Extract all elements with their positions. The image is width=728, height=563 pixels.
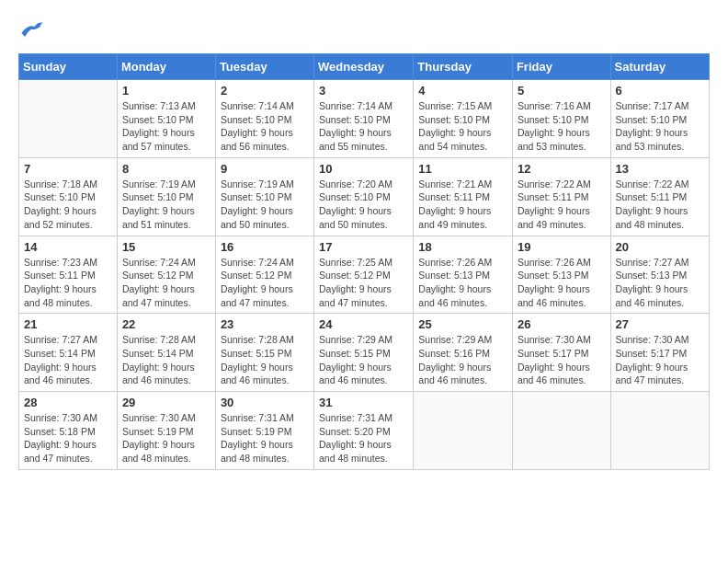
calendar-cell: 21Sunrise: 7:27 AMSunset: 5:14 PMDayligh…: [19, 314, 118, 392]
day-info: Sunrise: 7:28 AMSunset: 5:14 PMDaylight:…: [122, 333, 210, 387]
day-info: Sunrise: 7:21 AMSunset: 5:11 PMDaylight:…: [418, 178, 507, 232]
day-number: 5: [518, 84, 606, 98]
day-info: Sunrise: 7:19 AMSunset: 5:10 PMDaylight:…: [122, 178, 210, 232]
week-row-4: 21Sunrise: 7:27 AMSunset: 5:14 PMDayligh…: [19, 314, 710, 392]
logo: [18, 18, 48, 39]
logo-bird-icon: [18, 18, 44, 39]
day-number: 24: [319, 317, 408, 331]
day-number: 15: [122, 240, 210, 254]
day-number: 20: [616, 240, 704, 254]
week-row-2: 7Sunrise: 7:18 AMSunset: 5:10 PMDaylight…: [19, 157, 710, 236]
day-info: Sunrise: 7:19 AMSunset: 5:10 PMDaylight:…: [221, 178, 309, 232]
calendar-cell: 7Sunrise: 7:18 AMSunset: 5:10 PMDaylight…: [19, 157, 118, 236]
day-number: 7: [24, 162, 112, 176]
day-info: Sunrise: 7:13 AMSunset: 5:10 PMDaylight:…: [122, 99, 210, 154]
day-info: Sunrise: 7:31 AMSunset: 5:20 PMDaylight:…: [319, 411, 408, 465]
calendar-cell: [414, 392, 513, 470]
calendar-cell: 4Sunrise: 7:15 AMSunset: 5:10 PMDaylight…: [414, 80, 513, 158]
day-header-thursday: Thursday: [414, 54, 513, 80]
day-number: 21: [24, 317, 112, 331]
day-info: Sunrise: 7:30 AMSunset: 5:17 PMDaylight:…: [616, 333, 704, 387]
day-info: Sunrise: 7:16 AMSunset: 5:10 PMDaylight:…: [518, 99, 606, 154]
day-header-wednesday: Wednesday: [314, 54, 414, 80]
day-number: 27: [616, 317, 704, 331]
day-number: 23: [221, 317, 309, 331]
page-header: [18, 18, 710, 39]
day-info: Sunrise: 7:24 AMSunset: 5:12 PMDaylight:…: [221, 256, 309, 310]
day-number: 6: [616, 84, 704, 98]
day-header-friday: Friday: [512, 54, 610, 80]
calendar-cell: 16Sunrise: 7:24 AMSunset: 5:12 PMDayligh…: [215, 236, 313, 314]
day-header-tuesday: Tuesday: [215, 54, 313, 80]
day-number: 16: [221, 240, 309, 254]
day-info: Sunrise: 7:30 AMSunset: 5:18 PMDaylight:…: [24, 411, 112, 465]
day-number: 17: [319, 240, 408, 254]
calendar-cell: 20Sunrise: 7:27 AMSunset: 5:13 PMDayligh…: [610, 236, 709, 314]
day-info: Sunrise: 7:26 AMSunset: 5:13 PMDaylight:…: [418, 256, 507, 310]
day-number: 1: [122, 84, 210, 98]
day-number: 9: [221, 162, 309, 176]
day-info: Sunrise: 7:23 AMSunset: 5:11 PMDaylight:…: [24, 256, 112, 310]
calendar-cell: 19Sunrise: 7:26 AMSunset: 5:13 PMDayligh…: [512, 236, 610, 314]
day-number: 13: [616, 162, 704, 176]
calendar-cell: [19, 80, 118, 158]
calendar-cell: 6Sunrise: 7:17 AMSunset: 5:10 PMDaylight…: [610, 80, 709, 158]
calendar-cell: 27Sunrise: 7:30 AMSunset: 5:17 PMDayligh…: [610, 314, 709, 392]
day-number: 26: [518, 317, 606, 331]
day-number: 2: [221, 84, 309, 98]
week-row-3: 14Sunrise: 7:23 AMSunset: 5:11 PMDayligh…: [19, 236, 710, 314]
calendar-cell: 17Sunrise: 7:25 AMSunset: 5:12 PMDayligh…: [314, 236, 414, 314]
week-row-5: 28Sunrise: 7:30 AMSunset: 5:18 PMDayligh…: [19, 392, 710, 470]
calendar-table: SundayMondayTuesdayWednesdayThursdayFrid…: [18, 53, 710, 470]
day-number: 12: [518, 162, 606, 176]
day-info: Sunrise: 7:27 AMSunset: 5:14 PMDaylight:…: [24, 333, 112, 387]
day-header-sunday: Sunday: [19, 54, 118, 80]
day-number: 4: [418, 84, 507, 98]
calendar-cell: [512, 392, 610, 470]
calendar-cell: 8Sunrise: 7:19 AMSunset: 5:10 PMDaylight…: [117, 157, 215, 236]
week-row-1: 1Sunrise: 7:13 AMSunset: 5:10 PMDaylight…: [19, 80, 710, 158]
day-number: 30: [221, 396, 309, 409]
day-number: 22: [122, 317, 210, 331]
day-info: Sunrise: 7:22 AMSunset: 5:11 PMDaylight:…: [518, 178, 606, 232]
day-number: 11: [418, 162, 507, 176]
calendar-cell: 5Sunrise: 7:16 AMSunset: 5:10 PMDaylight…: [512, 80, 610, 158]
calendar-cell: [610, 392, 709, 470]
calendar-cell: 10Sunrise: 7:20 AMSunset: 5:10 PMDayligh…: [314, 157, 414, 236]
calendar-cell: 29Sunrise: 7:30 AMSunset: 5:19 PMDayligh…: [117, 392, 215, 470]
day-info: Sunrise: 7:14 AMSunset: 5:10 PMDaylight:…: [221, 99, 309, 154]
day-info: Sunrise: 7:27 AMSunset: 5:13 PMDaylight:…: [616, 256, 704, 310]
day-number: 31: [319, 396, 408, 409]
calendar-cell: 25Sunrise: 7:29 AMSunset: 5:16 PMDayligh…: [414, 314, 513, 392]
day-info: Sunrise: 7:29 AMSunset: 5:16 PMDaylight:…: [418, 333, 507, 387]
day-number: 28: [24, 396, 112, 409]
day-header-monday: Monday: [117, 54, 215, 80]
day-info: Sunrise: 7:30 AMSunset: 5:17 PMDaylight:…: [518, 333, 606, 387]
calendar-header-row: SundayMondayTuesdayWednesdayThursdayFrid…: [19, 54, 710, 80]
calendar-cell: 3Sunrise: 7:14 AMSunset: 5:10 PMDaylight…: [314, 80, 414, 158]
calendar-cell: 2Sunrise: 7:14 AMSunset: 5:10 PMDaylight…: [215, 80, 313, 158]
calendar-cell: 13Sunrise: 7:22 AMSunset: 5:11 PMDayligh…: [610, 157, 709, 236]
day-info: Sunrise: 7:29 AMSunset: 5:15 PMDaylight:…: [319, 333, 408, 387]
day-number: 29: [122, 396, 210, 409]
day-info: Sunrise: 7:22 AMSunset: 5:11 PMDaylight:…: [616, 178, 704, 232]
day-number: 14: [24, 240, 112, 254]
calendar-cell: 18Sunrise: 7:26 AMSunset: 5:13 PMDayligh…: [414, 236, 513, 314]
calendar-cell: 11Sunrise: 7:21 AMSunset: 5:11 PMDayligh…: [414, 157, 513, 236]
day-info: Sunrise: 7:24 AMSunset: 5:12 PMDaylight:…: [122, 256, 210, 310]
calendar-cell: 23Sunrise: 7:28 AMSunset: 5:15 PMDayligh…: [215, 314, 313, 392]
day-info: Sunrise: 7:18 AMSunset: 5:10 PMDaylight:…: [24, 178, 112, 232]
day-info: Sunrise: 7:25 AMSunset: 5:12 PMDaylight:…: [319, 256, 408, 310]
calendar-cell: 15Sunrise: 7:24 AMSunset: 5:12 PMDayligh…: [117, 236, 215, 314]
day-info: Sunrise: 7:17 AMSunset: 5:10 PMDaylight:…: [616, 99, 704, 154]
calendar-cell: 14Sunrise: 7:23 AMSunset: 5:11 PMDayligh…: [19, 236, 118, 314]
day-info: Sunrise: 7:26 AMSunset: 5:13 PMDaylight:…: [518, 256, 606, 310]
day-info: Sunrise: 7:31 AMSunset: 5:19 PMDaylight:…: [221, 411, 309, 465]
day-info: Sunrise: 7:14 AMSunset: 5:10 PMDaylight:…: [319, 99, 408, 154]
calendar-cell: 22Sunrise: 7:28 AMSunset: 5:14 PMDayligh…: [117, 314, 215, 392]
calendar-cell: 1Sunrise: 7:13 AMSunset: 5:10 PMDaylight…: [117, 80, 215, 158]
day-number: 3: [319, 84, 408, 98]
day-info: Sunrise: 7:30 AMSunset: 5:19 PMDaylight:…: [122, 411, 210, 465]
day-number: 10: [319, 162, 408, 176]
calendar-cell: 12Sunrise: 7:22 AMSunset: 5:11 PMDayligh…: [512, 157, 610, 236]
